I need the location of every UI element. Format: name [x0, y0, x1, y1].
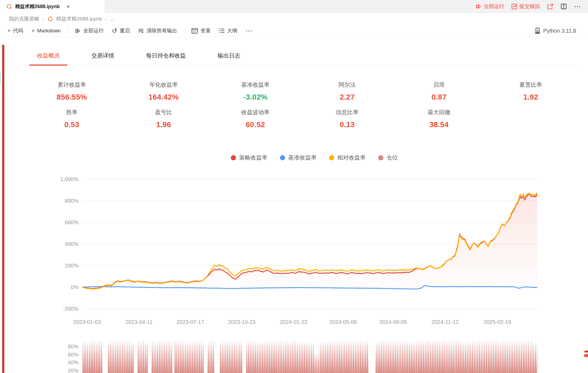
toolbar-divider — [185, 28, 185, 34]
x-axis-label: 2024-05-06 — [329, 319, 357, 325]
split-view-icon[interactable] — [560, 3, 567, 10]
x-axis-label: 2024-01-22 — [280, 319, 307, 325]
y-axis-label: 0% — [71, 284, 79, 290]
toolbar-more-icon[interactable]: ⋯ — [245, 27, 252, 35]
breadcrumb-root[interactable]: 我的克隆策略 — [9, 15, 39, 22]
y-axis-label: 600% — [65, 219, 79, 225]
y-axis-label: -200% — [63, 306, 79, 312]
clear-outputs-icon — [138, 28, 144, 33]
kernel-name: Python 3.11.8 — [543, 28, 576, 34]
metric-volatility: 收益波动率60.52 — [209, 108, 301, 129]
breadcrumb-more[interactable]: ... — [110, 16, 114, 22]
kernel-selector[interactable]: Python 3.11.8 — [535, 28, 588, 34]
metric-empty — [485, 108, 577, 129]
more-menu-icon[interactable]: ⋯ — [574, 5, 581, 8]
legend-strategy-return[interactable]: 策略收益率 — [231, 154, 268, 161]
edge-mark-icon — [584, 351, 588, 352]
window-tab-bar: 精益求精2688.ipynb × 全部运行 提交模拟 ⋯ — [0, 0, 588, 13]
run-all-button-top[interactable]: 全部运行 — [476, 3, 504, 10]
metric-annualized-return: 年化收益率164.42% — [118, 81, 209, 101]
y-axis-label: 1,000% — [60, 176, 79, 182]
toolbar-divider — [69, 28, 69, 34]
tab-daily-positions[interactable]: 每日持仓和收益 — [138, 48, 193, 65]
add-markdown-cell-button[interactable]: +Markdown — [31, 28, 61, 34]
share-icon[interactable] — [547, 3, 553, 10]
metric-sharpe: 夏普比率1.92 — [485, 81, 577, 101]
y-axis-label: 800% — [65, 198, 79, 204]
variables-button[interactable]: (x) 变量 — [191, 27, 211, 34]
scrollbar-fragment[interactable] — [0, 72, 1, 84]
metric-benchmark-return: 基准收益率-3.02% — [209, 81, 301, 101]
tab-trade-details[interactable]: 交易详情 — [84, 48, 122, 65]
breadcrumb-separator: › — [105, 16, 107, 22]
run-all-icon — [75, 28, 81, 34]
metric-beta: 贝塔0.87 — [393, 81, 485, 101]
topbar-actions: 全部运行 提交模拟 ⋯ — [476, 0, 588, 13]
svg-text:(x): (x) — [193, 30, 196, 33]
metric-information-ratio: 信息比率0.13 — [301, 108, 393, 129]
chart-arrow-icon — [511, 4, 517, 9]
legend-dot-rose — [378, 155, 383, 160]
restart-icon: ↺ — [112, 27, 117, 35]
position-bars — [82, 339, 537, 373]
legend-position[interactable]: 仓位 — [378, 154, 398, 161]
metric-profit-loss-ratio: 盈亏比1.96 — [118, 108, 209, 129]
y-axis-label: 400% — [65, 241, 79, 247]
position-y-axis-label: 20% — [68, 368, 79, 373]
y-axis-label: 200% — [65, 263, 79, 269]
notebook-file-tab[interactable]: 精益求精2688.ipynb × — [0, 0, 105, 13]
performance-metrics: 累计收益率856.55% 年化收益率164.42% 基准收益率-3.02% 阿尔… — [26, 81, 577, 129]
result-tabs: 收益概况 交易详情 每日持仓和收益 输出日志 — [23, 48, 582, 66]
x-axis-label: 2023-10-23 — [228, 319, 255, 325]
notebook-toolbar: +代码 +Markdown 全部运行 ↺重启 清除所有输出 (x) 变量 大纲 … — [0, 25, 588, 37]
position-y-axis-label: 60% — [68, 352, 79, 358]
clear-outputs-button[interactable]: 清除所有输出 — [138, 27, 177, 34]
notebook-tab-title: 精益求精2688.ipynb — [15, 3, 60, 10]
legend-dot-blue — [280, 155, 285, 160]
x-axis-label: 2023-01-03 — [73, 319, 101, 325]
chart-legend: 策略收益率 基准收益率 相对收益率 仓位 — [0, 154, 588, 161]
edge-mark-icon — [584, 354, 588, 357]
notebook-logo-icon — [48, 16, 53, 22]
plus-icon: + — [7, 28, 11, 34]
x-axis-label: 2024-11-12 — [431, 319, 459, 325]
position-y-axis-label: 40% — [68, 360, 79, 365]
variables-icon: (x) — [191, 28, 198, 34]
notebook-logo-icon — [6, 4, 12, 9]
x-axis-label: 2025-02-19 — [484, 319, 511, 325]
metric-win-rate: 胜率0.53 — [26, 108, 118, 129]
tab-output-log[interactable]: 输出日志 — [210, 48, 248, 65]
kernel-icon — [535, 28, 540, 34]
x-axis-label: 2023-07-17 — [177, 319, 204, 325]
run-all-icon — [476, 4, 482, 9]
legend-dot-orange — [329, 155, 334, 160]
breadcrumb: 我的克隆策略 › 精益求精2688.ipynb › ... — [0, 13, 588, 25]
metric-max-drawdown: 最大回撤38.54 — [393, 108, 485, 129]
returns-and-position-chart[interactable]: 1,000%800%600%400%200%0%-200%2023-01-032… — [0, 167, 588, 373]
submit-simulation-button[interactable]: 提交模拟 — [511, 3, 540, 10]
legend-benchmark-return[interactable]: 基准收益率 — [280, 154, 317, 161]
x-axis-label: 2023-04-11 — [125, 319, 153, 325]
breadcrumb-separator: › — [43, 16, 44, 22]
outline-icon — [219, 28, 225, 33]
scroll-annotation-marks — [583, 351, 588, 357]
breadcrumb-file[interactable]: 精益求精2688.ipynb — [56, 15, 102, 22]
run-all-button[interactable]: 全部运行 — [75, 27, 104, 34]
metric-cumulative-return: 累计收益率856.55% — [26, 81, 118, 101]
position-y-axis-label: 80% — [68, 344, 79, 350]
x-axis-label: 2024-08-05 — [379, 319, 407, 325]
legend-dot-red — [231, 155, 236, 160]
restart-kernel-button[interactable]: ↺重启 — [112, 27, 130, 35]
metric-alpha: 阿尔法2.27 — [301, 81, 393, 101]
close-tab-icon[interactable]: × — [67, 4, 70, 10]
legend-relative-return[interactable]: 相对收益率 — [329, 154, 366, 161]
outline-button[interactable]: 大纲 — [219, 27, 237, 34]
plus-icon: + — [31, 28, 35, 34]
add-code-cell-button[interactable]: +代码 — [7, 27, 23, 34]
notebook-window: 精益求精2688.ipynb × 全部运行 提交模拟 ⋯ 我的克隆策略 › 精益… — [0, 0, 588, 373]
area-fill — [82, 193, 537, 289]
tab-returns-overview[interactable]: 收益概况 — [29, 48, 67, 65]
